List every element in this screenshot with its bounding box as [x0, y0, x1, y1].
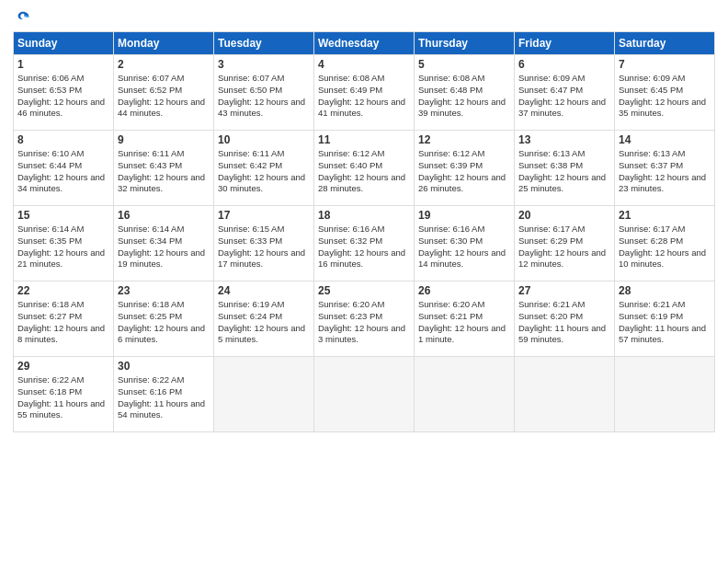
sunrise-text: Sunrise: 6:11 AM [218, 148, 310, 160]
col-header-tuesday: Tuesday [214, 32, 314, 55]
calendar-cell [615, 357, 715, 432]
sunset-text: Sunset: 6:30 PM [418, 236, 510, 247]
calendar-week-row: 22Sunrise: 6:18 AMSunset: 6:27 PMDayligh… [14, 282, 715, 357]
sunset-text: Sunset: 6:29 PM [518, 236, 610, 247]
sunset-text: Sunset: 6:49 PM [318, 85, 410, 97]
col-header-saturday: Saturday [615, 32, 715, 55]
sunrise-text: Sunrise: 6:14 AM [118, 224, 210, 236]
calendar-week-row: 29Sunrise: 6:22 AMSunset: 6:18 PMDayligh… [14, 357, 715, 432]
day-number: 29 [17, 360, 109, 373]
calendar-cell: 28Sunrise: 6:21 AMSunset: 6:19 PMDayligh… [615, 282, 715, 357]
day-number: 15 [17, 209, 109, 222]
daylight-text: Daylight: 12 hours and 1 minute. [418, 323, 510, 347]
sunset-text: Sunset: 6:34 PM [118, 236, 210, 247]
sunrise-text: Sunrise: 6:22 AM [118, 374, 210, 386]
day-number: 21 [619, 209, 711, 222]
sunrise-text: Sunrise: 6:19 AM [218, 299, 310, 311]
sunset-text: Sunset: 6:47 PM [518, 85, 610, 97]
day-number: 12 [418, 133, 510, 146]
daylight-text: Daylight: 12 hours and 19 minutes. [118, 247, 210, 271]
sunrise-text: Sunrise: 6:09 AM [518, 73, 610, 85]
calendar-cell [415, 357, 515, 432]
sunset-text: Sunset: 6:40 PM [318, 160, 410, 172]
day-number: 7 [619, 58, 711, 71]
sunset-text: Sunset: 6:21 PM [418, 311, 510, 323]
sunrise-text: Sunrise: 6:08 AM [318, 73, 410, 85]
sunrise-text: Sunrise: 6:16 AM [318, 224, 410, 236]
sunrise-text: Sunrise: 6:11 AM [118, 148, 210, 160]
sunset-text: Sunset: 6:38 PM [518, 160, 610, 172]
sunrise-text: Sunrise: 6:12 AM [318, 148, 410, 160]
sunset-text: Sunset: 6:23 PM [318, 311, 410, 323]
daylight-text: Daylight: 12 hours and 12 minutes. [518, 247, 610, 271]
daylight-text: Daylight: 12 hours and 28 minutes. [318, 172, 410, 196]
sunrise-text: Sunrise: 6:15 AM [218, 224, 310, 236]
daylight-text: Daylight: 12 hours and 37 minutes. [518, 97, 610, 121]
logo-bird-icon [15, 9, 31, 26]
day-number: 11 [318, 133, 410, 146]
col-header-sunday: Sunday [14, 32, 114, 55]
day-number: 26 [418, 284, 510, 297]
calendar-header-row: SundayMondayTuesdayWednesdayThursdayFrid… [14, 32, 715, 55]
sunset-text: Sunset: 6:25 PM [118, 311, 210, 323]
sunrise-text: Sunrise: 6:13 AM [619, 148, 711, 160]
sunset-text: Sunset: 6:48 PM [418, 85, 510, 97]
sunset-text: Sunset: 6:53 PM [17, 85, 109, 97]
sunset-text: Sunset: 6:18 PM [17, 386, 109, 398]
daylight-text: Daylight: 12 hours and 14 minutes. [418, 247, 510, 271]
logo [13, 9, 31, 26]
sunset-text: Sunset: 6:43 PM [118, 160, 210, 172]
calendar-cell: 17Sunrise: 6:15 AMSunset: 6:33 PMDayligh… [214, 206, 314, 282]
day-number: 13 [518, 133, 610, 146]
sunset-text: Sunset: 6:20 PM [518, 311, 610, 323]
sunrise-text: Sunrise: 6:17 AM [619, 224, 711, 236]
sunrise-text: Sunrise: 6:07 AM [218, 73, 310, 85]
daylight-text: Daylight: 12 hours and 39 minutes. [418, 97, 510, 121]
calendar-cell: 15Sunrise: 6:14 AMSunset: 6:35 PMDayligh… [14, 206, 114, 282]
sunrise-text: Sunrise: 6:08 AM [418, 73, 510, 85]
day-number: 9 [118, 133, 210, 146]
daylight-text: Daylight: 11 hours and 57 minutes. [619, 323, 711, 347]
day-number: 5 [418, 58, 510, 71]
calendar-cell: 9Sunrise: 6:11 AMSunset: 6:43 PMDaylight… [114, 131, 214, 206]
sunrise-text: Sunrise: 6:07 AM [118, 73, 210, 85]
day-number: 28 [619, 284, 711, 297]
calendar-cell [515, 357, 615, 432]
calendar-cell: 5Sunrise: 6:08 AMSunset: 6:48 PMDaylight… [415, 55, 515, 131]
day-number: 8 [17, 133, 109, 146]
sunset-text: Sunset: 6:35 PM [17, 236, 109, 247]
day-number: 18 [318, 209, 410, 222]
daylight-text: Daylight: 12 hours and 44 minutes. [118, 97, 210, 121]
day-number: 3 [218, 58, 310, 71]
daylight-text: Daylight: 12 hours and 16 minutes. [318, 247, 410, 271]
sunset-text: Sunset: 6:37 PM [619, 160, 711, 172]
daylight-text: Daylight: 12 hours and 35 minutes. [619, 97, 711, 121]
sunset-text: Sunset: 6:32 PM [318, 236, 410, 247]
day-number: 16 [118, 209, 210, 222]
daylight-text: Daylight: 12 hours and 32 minutes. [118, 172, 210, 196]
calendar-cell: 22Sunrise: 6:18 AMSunset: 6:27 PMDayligh… [14, 282, 114, 357]
calendar-week-row: 1Sunrise: 6:06 AMSunset: 6:53 PMDaylight… [14, 55, 715, 131]
day-number: 17 [218, 209, 310, 222]
day-number: 6 [518, 58, 610, 71]
day-number: 24 [218, 284, 310, 297]
calendar-table: SundayMondayTuesdayWednesdayThursdayFrid… [13, 31, 715, 432]
day-number: 25 [318, 284, 410, 297]
calendar-cell: 24Sunrise: 6:19 AMSunset: 6:24 PMDayligh… [214, 282, 314, 357]
sunrise-text: Sunrise: 6:21 AM [619, 299, 711, 311]
day-number: 22 [17, 284, 109, 297]
daylight-text: Daylight: 11 hours and 59 minutes. [518, 323, 610, 347]
sunset-text: Sunset: 6:24 PM [218, 311, 310, 323]
sunrise-text: Sunrise: 6:09 AM [619, 73, 711, 85]
sunrise-text: Sunrise: 6:22 AM [17, 374, 109, 386]
calendar-week-row: 15Sunrise: 6:14 AMSunset: 6:35 PMDayligh… [14, 206, 715, 282]
sunset-text: Sunset: 6:16 PM [118, 386, 210, 398]
day-number: 19 [418, 209, 510, 222]
day-number: 1 [17, 58, 109, 71]
calendar-cell: 6Sunrise: 6:09 AMSunset: 6:47 PMDaylight… [515, 55, 615, 131]
day-number: 23 [118, 284, 210, 297]
sunrise-text: Sunrise: 6:20 AM [318, 299, 410, 311]
sunrise-text: Sunrise: 6:14 AM [17, 224, 109, 236]
calendar-cell: 13Sunrise: 6:13 AMSunset: 6:38 PMDayligh… [515, 131, 615, 206]
sunrise-text: Sunrise: 6:12 AM [418, 148, 510, 160]
